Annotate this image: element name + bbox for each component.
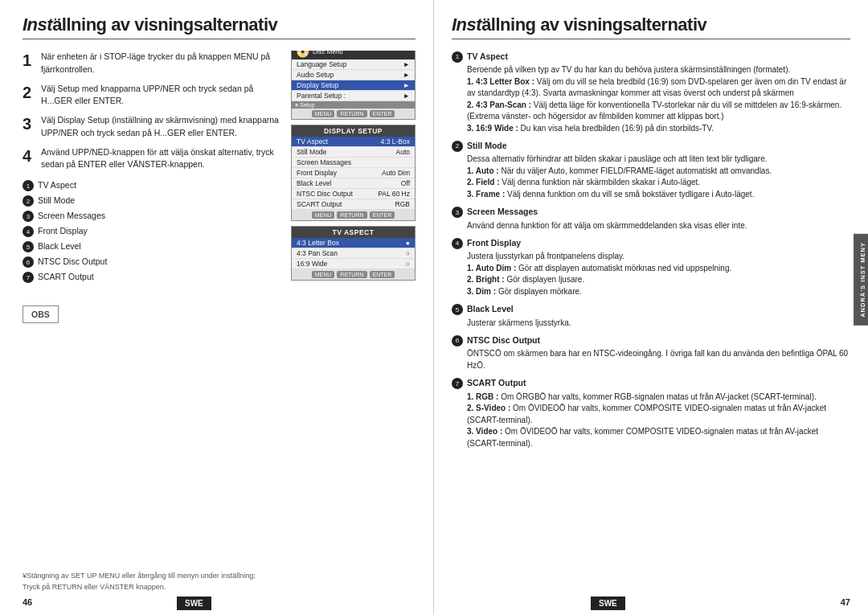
section-7-title: SCART Output xyxy=(467,377,526,389)
section-7-circle: 7 xyxy=(452,378,463,389)
feature-3-label: Screen Messages xyxy=(38,210,105,222)
section-3-title: Screen Messages xyxy=(467,206,538,218)
feature-4-circle: 4 xyxy=(23,226,34,237)
feature-5-circle: 5 xyxy=(23,241,34,252)
section-4-sub-3: 3. Dim : Gör displayen mörkare. xyxy=(467,286,850,298)
feature-2-label: Still Mode xyxy=(38,195,75,207)
section-screen-messages-header: 3 Screen Messages xyxy=(452,206,850,218)
feature-1: 1 TV Aspect xyxy=(23,179,283,191)
section-tv-aspect-header: 1 TV Aspect xyxy=(452,51,850,63)
disc-menu-header: Disc Menu xyxy=(313,51,343,55)
section-1-sub-2: 2. 4:3 Pan-Scan : Välj detta läge för ko… xyxy=(467,100,850,123)
section-ntsc-disc: 6 NTSC Disc Output ÖNTSCÖ om skärmen bar… xyxy=(452,334,850,371)
disc-menu-row-language: Language Setup► xyxy=(292,59,415,70)
step-3-text: Välj Display Setup (inställning av skärm… xyxy=(41,114,283,140)
section-2-sub-1: 1. Auto : När du väljer Auto, kommer FIE… xyxy=(467,166,850,178)
obs-box: OBS xyxy=(23,305,59,323)
section-ntsc-header: 6 NTSC Disc Output xyxy=(452,334,850,346)
step-4-text: Använd UPP/NED-knappen för att välja öns… xyxy=(41,146,283,172)
tv-aspect-row-letterbox: 4:3 Letter Box● xyxy=(292,238,415,248)
section-5-circle: 5 xyxy=(452,304,463,315)
display-setup-row-ntsc: NTSC Disc OutputPAL 60 Hz xyxy=(292,189,415,199)
display-setup-image: DISPLAY SETUP TV Aspect4:3 L-Box Still M… xyxy=(291,125,416,221)
disc-menu-image: 📀 Disc Menu Language Setup► Audio Setup►… xyxy=(291,51,416,120)
section-6-title: NTSC Disc Output xyxy=(467,334,540,346)
section-still-mode: 2 Still Mode Dessa alternativ förhindrar… xyxy=(452,140,850,200)
section-4-desc: Justera ljusstyrkan på frontpanelens dis… xyxy=(467,252,624,260)
display-setup-row-black: Black LevelOff xyxy=(292,178,415,189)
display-setup-row-scart: SCART OutputRGB xyxy=(292,199,415,210)
left-title-rest: ällning av visningsalternativ xyxy=(52,14,277,35)
display-setup-header: DISPLAY SETUP xyxy=(292,125,415,137)
feature-2-circle: 2 xyxy=(23,195,34,207)
step-1-text: När enheten är i STOP-läge trycker du på… xyxy=(41,51,283,76)
tv-aspect-footer: MENURETURNENTER xyxy=(292,269,415,280)
section-scart-output: 7 SCART Output 1. RGB : Om ÖRGBÖ har val… xyxy=(452,377,850,449)
left-page-number: 46 xyxy=(23,597,32,607)
section-4-title: Front Display xyxy=(467,237,521,249)
section-2-body: Dessa alternativ förhindrar att bilden s… xyxy=(467,154,850,200)
section-still-mode-header: 2 Still Mode xyxy=(452,140,850,152)
feature-1-label: TV Aspect xyxy=(38,179,76,191)
display-setup-row-front: Front DisplayAuto Dim xyxy=(292,168,415,178)
section-screen-messages: 3 Screen Messages Använd denna funktion … xyxy=(452,206,850,232)
section-scart-header: 7 SCART Output xyxy=(452,377,850,389)
tv-aspect-row-panscan: 4:3 Pan Scan○ xyxy=(292,248,415,259)
section-2-sub-2: 2. Field : Välj denna funktion när skärm… xyxy=(467,177,850,189)
left-page-title: Inställning av visningsalternativ xyxy=(23,14,416,39)
tv-aspect-row-wide: 16:9 Wide○ xyxy=(292,259,415,269)
feature-6: 6 NTSC Disc Output xyxy=(23,256,283,268)
section-7-sub-3: 3. Video : Om ÖVIDEOÖ har valts, kommer … xyxy=(467,426,850,449)
feature-2: 2 Still Mode xyxy=(23,195,283,207)
section-1-circle: 1 xyxy=(452,51,463,63)
feature-7-circle: 7 xyxy=(23,272,34,283)
display-setup-row-tvaspect: TV Aspect4:3 L-Box xyxy=(292,137,415,147)
section-tv-aspect: 1 TV Aspect Beroende på vilken typ av TV… xyxy=(452,51,850,134)
left-swe-badge: SWE xyxy=(177,597,211,610)
section-front-display-header: 4 Front Display xyxy=(452,237,850,249)
section-5-title: Black Level xyxy=(467,303,514,315)
section-1-sub-1: 1. 4:3 Letter Box : Välj om du vill se h… xyxy=(467,76,850,100)
section-4-sub-1: 1. Auto Dim : Gör att displayen automati… xyxy=(467,263,850,275)
feature-7: 7 SCART Output xyxy=(23,271,283,283)
page-left: Inställning av visningsalternativ 📀 Disc… xyxy=(0,0,434,615)
feature-4-label: Front Display xyxy=(38,225,88,237)
right-page-number: 47 xyxy=(841,597,850,607)
feature-3-circle: 3 xyxy=(23,211,34,222)
section-black-level: 5 Black Level Justerar skärmens ljusstyr… xyxy=(452,303,850,329)
display-setup-row-screen: Screen Massages xyxy=(292,158,415,168)
section-2-circle: 2 xyxy=(452,141,463,152)
section-1-desc: Beroende på vilken typ av TV du har kan … xyxy=(467,65,790,74)
feature-5: 5 Black Level xyxy=(23,240,283,252)
disc-menu-footer: MENURETURNENTER xyxy=(292,109,415,119)
step-3: 3 Välj Display Setup (inställning av skä… xyxy=(23,114,283,140)
bottom-note-line2: Tryck på RETURN eller VÄNSTER knappen. xyxy=(23,582,256,593)
disc-menu-row-parental: Parental Setup :► xyxy=(292,91,415,101)
feature-4: 4 Front Display xyxy=(23,225,283,237)
tv-aspect-image: TV ASPECT 4:3 Letter Box● 4:3 Pan Scan○ … xyxy=(291,226,416,281)
side-tab: ANDRÄ'S INST MENY xyxy=(854,234,868,326)
step-2-text: Välj Setup med knapparna UPP/NER och try… xyxy=(41,83,283,109)
step-2: 2 Välj Setup med knapparna UPP/NER och t… xyxy=(23,83,283,109)
bottom-note: ¥Stängning av SET UP MENU eller återgång… xyxy=(23,571,256,592)
right-content: 1 TV Aspect Beroende på vilken typ av TV… xyxy=(452,51,850,449)
section-2-title: Still Mode xyxy=(467,140,507,152)
step-4: 4 Använd UPP/NED-knappen för att välja ö… xyxy=(23,146,283,172)
page-right: Inställning av visningsalternativ 1 TV A… xyxy=(434,0,868,615)
disc-menu-row-display: Display Setup► xyxy=(292,80,415,91)
right-title-italic: Inst xyxy=(452,14,481,35)
section-4-circle: 4 xyxy=(452,238,463,249)
section-4-sub-2: 2. Bright : Gör displayen ljusare. xyxy=(467,274,850,286)
feature-7-label: SCART Output xyxy=(38,271,94,283)
section-3-body: Använd denna funktion för att välja om s… xyxy=(467,220,850,232)
section-2-desc: Dessa alternativ förhindrar att bilden s… xyxy=(467,154,768,163)
section-1-title: TV Aspect xyxy=(467,51,508,63)
step-4-num: 4 xyxy=(23,146,37,166)
step-1-num: 1 xyxy=(23,51,37,70)
images-column: 📀 Disc Menu Language Setup► Audio Setup►… xyxy=(291,51,416,285)
section-7-sub-1: 1. RGB : Om ÖRGBÖ har valts, kommer RGB-… xyxy=(467,392,850,404)
feature-1-circle: 1 xyxy=(23,180,34,191)
display-setup-row-still: Still ModeAuto xyxy=(292,147,415,158)
section-5-desc: Justerar skärmens ljusstyrka. xyxy=(467,318,571,327)
right-title-rest: ällning av visningsalternativ xyxy=(481,14,706,35)
